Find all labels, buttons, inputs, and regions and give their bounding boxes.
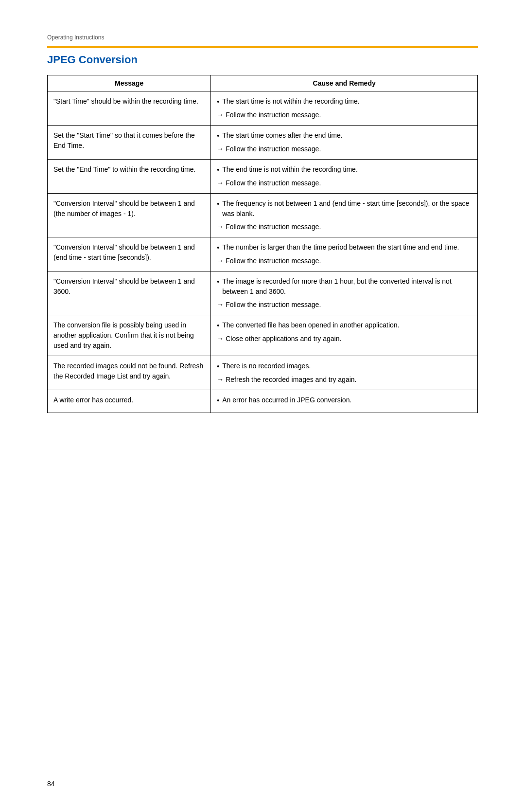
bullet-symbol: • <box>217 321 219 331</box>
bullet-cause: •The image is recorded for more than 1 h… <box>217 276 472 297</box>
arrow-remedy: → Follow the instruction message. <box>217 256 472 266</box>
cause-text: The start time comes after the end time. <box>222 130 342 141</box>
jpeg-conversion-table: Message Cause and Remedy "Start Time" sh… <box>47 75 478 413</box>
table-row: "Start Time" should be within the record… <box>48 91 478 126</box>
table-row: "Conversion Interval" should be between … <box>48 194 478 237</box>
bullet-cause: •The end time is not within the recordin… <box>217 164 472 175</box>
cause-text: The number is larger than the time perio… <box>222 242 459 253</box>
page-number: 84 <box>47 780 55 788</box>
top-bar-decoration <box>47 46 478 48</box>
col-header-message: Message <box>48 75 211 91</box>
message-cell: "Conversion Interval" should be between … <box>48 271 211 315</box>
cause-cell: •The number is larger than the time peri… <box>211 237 478 271</box>
cause-cell: •The start time is not within the record… <box>211 91 478 126</box>
bullet-symbol: • <box>217 165 219 175</box>
message-cell: Set the "End Time" to within the recordi… <box>48 160 211 194</box>
bullet-symbol: • <box>217 361 219 372</box>
table-row: "Conversion Interval" should be between … <box>48 237 478 271</box>
message-cell: "Start Time" should be within the record… <box>48 91 211 126</box>
bullet-symbol: • <box>217 243 219 253</box>
table-row: Set the "Start Time" so that it comes be… <box>48 126 478 160</box>
arrow-remedy: → Follow the instruction message. <box>217 144 472 154</box>
bullet-cause: •The start time comes after the end time… <box>217 130 472 141</box>
cause-text: The image is recorded for more than 1 ho… <box>222 276 472 297</box>
cause-text: The start time is not within the recordi… <box>222 96 359 107</box>
table-row: The recorded images could not be found. … <box>48 356 478 390</box>
cause-text: The converted file has been opened in an… <box>222 320 399 330</box>
cause-cell: •The start time comes after the end time… <box>211 126 478 160</box>
table-row: "Conversion Interval" should be between … <box>48 271 478 315</box>
table-row: Set the "End Time" to within the recordi… <box>48 160 478 194</box>
cause-cell: •There is no recorded images.→ Refresh t… <box>211 356 478 390</box>
bullet-cause: •The converted file has been opened in a… <box>217 320 472 331</box>
arrow-remedy: → Close other applications and try again… <box>217 334 472 344</box>
message-cell: Set the "Start Time" so that it comes be… <box>48 126 211 160</box>
page-title: JPEG Conversion <box>47 54 478 66</box>
arrow-remedy: → Follow the instruction message. <box>217 110 472 120</box>
bullet-symbol: • <box>217 97 219 107</box>
cause-cell: •The converted file has been opened in a… <box>211 315 478 356</box>
table-row: A write error has occurred.•An error has… <box>48 390 478 413</box>
bullet-cause: •The frequency is not between 1 and (end… <box>217 198 472 219</box>
message-cell: "Conversion Interval" should be between … <box>48 237 211 271</box>
cause-cell: •The end time is not within the recordin… <box>211 160 478 194</box>
arrow-remedy: → Follow the instruction message. <box>217 300 472 310</box>
bullet-symbol: • <box>217 131 219 141</box>
cause-text: An error has occurred in JPEG conversion… <box>222 395 351 405</box>
arrow-remedy: → Follow the instruction message. <box>217 222 472 232</box>
cause-text: The frequency is not between 1 and (end … <box>222 198 472 219</box>
arrow-remedy: → Follow the instruction message. <box>217 178 472 188</box>
bullet-cause: •There is no recorded images. <box>217 361 472 372</box>
cause-cell: •An error has occurred in JPEG conversio… <box>211 390 478 413</box>
cause-text: The end time is not within the recording… <box>222 164 358 175</box>
message-cell: The recorded images could not be found. … <box>48 356 211 390</box>
breadcrumb: Operating Instructions <box>47 34 104 41</box>
col-header-cause: Cause and Remedy <box>211 75 478 91</box>
cause-text: There is no recorded images. <box>222 361 311 371</box>
bullet-symbol: • <box>217 277 219 287</box>
bullet-cause: •An error has occurred in JPEG conversio… <box>217 395 472 406</box>
message-cell: "Conversion Interval" should be between … <box>48 194 211 237</box>
arrow-remedy: → Refresh the recorded images and try ag… <box>217 375 472 385</box>
table-row: The conversion file is possibly being us… <box>48 315 478 356</box>
bullet-symbol: • <box>217 396 219 406</box>
cause-cell: •The frequency is not between 1 and (end… <box>211 194 478 237</box>
bullet-symbol: • <box>217 199 219 209</box>
bullet-cause: •The number is larger than the time peri… <box>217 242 472 253</box>
bullet-cause: •The start time is not within the record… <box>217 96 472 107</box>
message-cell: A write error has occurred. <box>48 390 211 413</box>
cause-cell: •The image is recorded for more than 1 h… <box>211 271 478 315</box>
message-cell: The conversion file is possibly being us… <box>48 315 211 356</box>
